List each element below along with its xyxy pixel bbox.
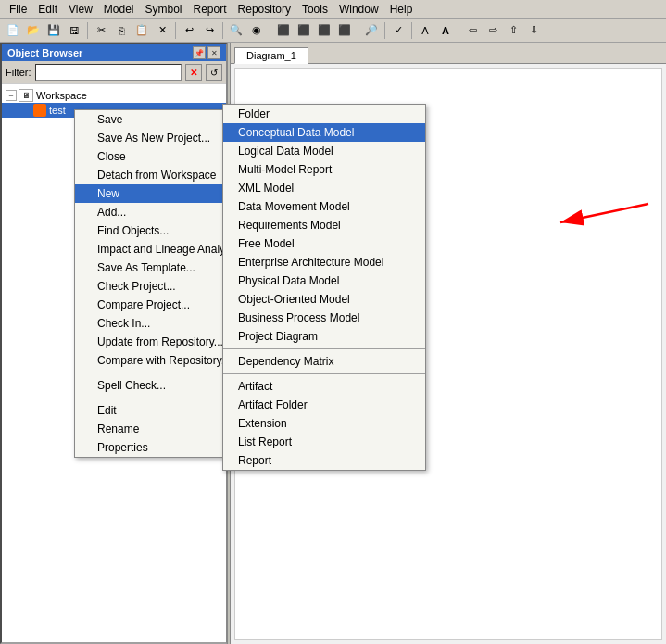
submenu-folder-label: Folder xyxy=(238,107,270,120)
panel-titlebar: Object Browser 📌 ✕ xyxy=(2,44,226,61)
menu-tools[interactable]: Tools xyxy=(296,1,333,18)
workspace-expand-icon[interactable]: − xyxy=(6,90,17,101)
menu-compare-repo-label: Compare with Repository... xyxy=(97,354,231,367)
menu-new-label: New xyxy=(97,187,119,200)
menu-rename-label: Rename xyxy=(97,423,139,436)
toolbar-open[interactable]: 📂 xyxy=(24,21,43,40)
toolbar-sep5 xyxy=(358,22,358,39)
submenu-free-model[interactable]: Free Model xyxy=(223,234,425,253)
toolbar-save2[interactable]: 🖫 xyxy=(65,21,83,40)
submenu-multi-model-report-label: Multi-Model Report xyxy=(238,163,332,176)
toolbar-bold[interactable]: A xyxy=(436,21,455,40)
submenu-report-label: Report xyxy=(238,454,271,467)
workspace-label: Workspace xyxy=(36,90,87,101)
submenu-project-diagram-label: Project Diagram xyxy=(238,330,318,343)
menu-save-template-label: Save As Template... xyxy=(97,261,195,274)
menu-save-new-project-label: Save As New Project... xyxy=(97,132,210,145)
submenu-extension[interactable]: Extension xyxy=(223,414,425,433)
submenu-artifact-label: Artifact xyxy=(238,380,272,393)
submenu-physical-data-model[interactable]: Physical Data Model xyxy=(223,271,425,290)
panel-title-icons: 📌 ✕ xyxy=(193,46,220,59)
toolbar-cut[interactable]: ✂ xyxy=(92,21,110,40)
toolbar-sep2 xyxy=(175,22,176,39)
submenu-project-diagram[interactable]: Project Diagram xyxy=(223,327,425,346)
menu-find-objects-label: Find Objects... xyxy=(97,224,169,237)
toolbar-text[interactable]: A xyxy=(416,21,434,40)
menu-window[interactable]: Window xyxy=(333,1,384,18)
submenu-business-process-model[interactable]: Business Process Model xyxy=(223,309,425,327)
submenu-report[interactable]: Report xyxy=(223,451,425,470)
submenu-new: Folder Conceptual Data Model Logical Dat… xyxy=(222,104,426,471)
toolbar-sep6 xyxy=(384,22,385,39)
menu-help[interactable]: Help xyxy=(384,1,419,18)
toolbar-save[interactable]: 💾 xyxy=(44,21,63,40)
submenu-list-report-label: List Report xyxy=(238,436,292,448)
panel-close-btn[interactable]: ✕ xyxy=(207,46,220,59)
menu-check-in-label: Check In... xyxy=(97,317,150,330)
submenu-logical-data-model-label: Logical Data Model xyxy=(238,145,333,158)
workspace-icon: 🖥 xyxy=(19,89,33,102)
submenu-xml-model-label: XML Model xyxy=(238,182,294,195)
toolbar-sep4 xyxy=(270,22,270,39)
toolbar-btn6[interactable]: ⬛ xyxy=(335,21,354,40)
menu-report[interactable]: Report xyxy=(188,1,232,18)
toolbar-btn10[interactable]: ⇩ xyxy=(524,21,543,40)
submenu-list-report[interactable]: List Report xyxy=(223,433,425,451)
toolbar-btn3[interactable]: ⬛ xyxy=(274,21,293,40)
toolbar-find[interactable]: 🔎 xyxy=(362,21,381,40)
menu-edit[interactable]: Edit xyxy=(32,1,63,18)
toolbar-sep7 xyxy=(411,22,412,39)
menu-add-label: Add... xyxy=(97,206,126,219)
tree-workspace[interactable]: − 🖥 Workspace xyxy=(2,88,226,103)
menubar: File Edit View Model Symbol Report Repos… xyxy=(0,0,666,19)
submenu-data-movement-model[interactable]: Data Movement Model xyxy=(223,197,425,216)
submenu-object-oriented-model[interactable]: Object-Oriented Model xyxy=(223,290,425,309)
submenu-conceptual-data-model[interactable]: Conceptual Data Model xyxy=(223,123,425,142)
menu-detach-label: Detach from Workspace xyxy=(97,169,217,182)
toolbar-paste[interactable]: 📋 xyxy=(132,21,151,40)
submenu-artifact[interactable]: Artifact xyxy=(223,377,425,396)
menu-view[interactable]: View xyxy=(63,1,98,18)
toolbar-btn7[interactable]: ⇦ xyxy=(463,21,482,40)
toolbar-sep1 xyxy=(87,22,88,39)
submenu-xml-model[interactable]: XML Model xyxy=(223,179,425,197)
submenu-physical-data-model-label: Physical Data Model xyxy=(238,274,339,287)
toolbar-btn8[interactable]: ⇨ xyxy=(484,21,502,40)
menu-file[interactable]: File xyxy=(4,1,32,18)
filter-bar: Filter: ✕ ↺ xyxy=(2,61,226,84)
diagram-tab-1[interactable]: Diagram_1 xyxy=(234,47,308,64)
submenu-artifact-folder[interactable]: Artifact Folder xyxy=(223,396,425,414)
submenu-multi-model-report[interactable]: Multi-Model Report xyxy=(223,160,425,179)
submenu-dependency-matrix[interactable]: Dependency Matrix xyxy=(223,352,425,371)
toolbar-check[interactable]: ✓ xyxy=(389,21,408,40)
toolbar-new[interactable]: 📄 xyxy=(4,21,22,40)
toolbar-btn5[interactable]: ⬛ xyxy=(315,21,333,40)
submenu-requirements-model[interactable]: Requirements Model xyxy=(223,216,425,234)
panel-pin-btn[interactable]: 📌 xyxy=(193,46,206,59)
menu-edit-label: Edit xyxy=(97,404,117,417)
toolbar-btn1[interactable]: 🔍 xyxy=(227,21,245,40)
toolbar-delete[interactable]: ✕ xyxy=(153,21,171,40)
submenu-enterprise-architecture-model[interactable]: Enterprise Architecture Model xyxy=(223,253,425,271)
toolbar-btn4[interactable]: ⬛ xyxy=(295,21,313,40)
submenu-logical-data-model[interactable]: Logical Data Model xyxy=(223,142,425,160)
project-label: test xyxy=(49,105,66,116)
toolbar-btn9[interactable]: ⇧ xyxy=(504,21,522,40)
submenu-conceptual-data-model-label: Conceptual Data Model xyxy=(238,126,354,139)
filter-input[interactable] xyxy=(35,64,182,81)
toolbar-redo[interactable]: ↪ xyxy=(200,21,219,40)
toolbar-undo[interactable]: ↩ xyxy=(180,21,198,40)
menu-symbol[interactable]: Symbol xyxy=(140,1,188,18)
submenu-artifact-folder-label: Artifact Folder xyxy=(238,398,308,411)
submenu-free-model-label: Free Model xyxy=(238,237,295,250)
submenu-sep2 xyxy=(223,373,425,374)
toolbar-btn2[interactable]: ◉ xyxy=(247,21,266,40)
menu-repository[interactable]: Repository xyxy=(232,1,296,18)
filter-refresh-btn[interactable]: ↺ xyxy=(206,64,222,81)
submenu-folder[interactable]: Folder xyxy=(223,105,425,123)
diagram-tab-bar: Diagram_1 xyxy=(231,43,666,64)
filter-clear-btn[interactable]: ✕ xyxy=(185,64,202,81)
menu-properties-label: Properties xyxy=(97,441,148,454)
menu-model[interactable]: Model xyxy=(98,1,140,18)
toolbar-copy[interactable]: ⎘ xyxy=(112,21,131,40)
